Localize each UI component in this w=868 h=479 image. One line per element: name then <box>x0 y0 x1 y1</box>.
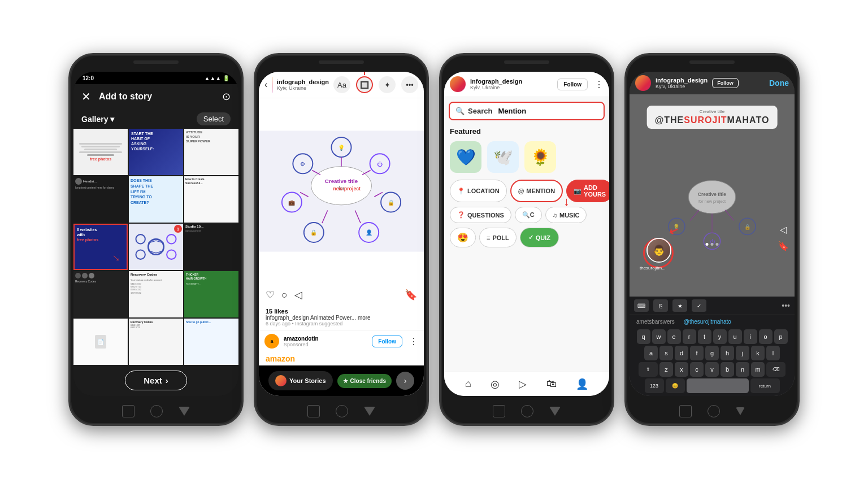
nav-circle-2[interactable] <box>336 405 348 417</box>
next-arrow-button[interactable]: › <box>396 372 414 390</box>
move-icon-btn[interactable]: ✦ <box>379 76 396 93</box>
key-e[interactable]: e <box>667 329 681 344</box>
nav-square-3[interactable] <box>493 405 505 417</box>
nav-square-4[interactable] <box>679 405 692 417</box>
nav-back-1[interactable] <box>179 407 190 416</box>
key-i[interactable]: i <box>744 329 757 344</box>
next-button[interactable]: Next › <box>125 371 187 390</box>
ad-follow-button[interactable]: Follow <box>372 336 402 347</box>
kb-emoji-icon[interactable]: ⌨ <box>634 299 649 312</box>
follow-button-3[interactable]: Follow <box>557 79 588 90</box>
bookmark-icon-4[interactable]: 🔖 <box>778 241 789 251</box>
key-x[interactable]: x <box>675 362 688 377</box>
nav-circle-1[interactable] <box>150 405 163 417</box>
reels-icon-3[interactable]: ▷ <box>519 378 527 390</box>
grid-cell-7-highlighted[interactable]: 6 websiteswithfree photos → <box>73 224 128 270</box>
kb-more-icon[interactable]: ••• <box>782 301 790 310</box>
profile-icon-3[interactable]: 👤 <box>576 378 588 390</box>
mention-pill[interactable]: @ MENTION <box>510 180 563 202</box>
location-pill[interactable]: 📍 LOCATION <box>450 180 507 202</box>
key-s[interactable]: s <box>659 346 673 360</box>
grid-cell-11[interactable]: Recovery Codes Your backup codes for acc… <box>129 271 183 317</box>
nav-back-4[interactable] <box>736 407 745 415</box>
chevron-down-icon[interactable]: ▾ <box>110 115 114 124</box>
ukraine-heart-sticker[interactable]: 💙 <box>450 141 481 173</box>
ad-more-icon[interactable]: ⋮ <box>409 336 418 347</box>
nav-square-2[interactable] <box>307 405 320 417</box>
grid-cell-9[interactable]: Studio 10... various content <box>184 224 238 270</box>
nav-back-2[interactable] <box>364 407 375 416</box>
bookmark-icon[interactable]: 🔖 <box>405 289 417 301</box>
key-w[interactable]: w <box>652 329 666 344</box>
dove-sticker[interactable]: 🕊️ <box>487 141 519 173</box>
key-d[interactable]: d <box>675 346 688 360</box>
close-friends-button[interactable]: ★ Close friends <box>337 374 392 388</box>
emoji-pill[interactable]: 😍 <box>450 228 476 247</box>
key-b[interactable]: b <box>721 362 734 377</box>
key-u[interactable]: u <box>728 329 742 344</box>
suggestion-1[interactable]: ametsbarswers <box>634 317 677 326</box>
grid-cell-3[interactable]: ATTITUDEIS YOURSUPERPOWER <box>184 129 238 175</box>
sunflower-sticker[interactable]: 🌻 <box>524 141 556 173</box>
shop-icon-3[interactable]: 🛍 <box>546 378 557 390</box>
kb-star-icon[interactable]: ★ <box>672 299 687 312</box>
grid-cell-8[interactable]: 1 <box>129 224 183 270</box>
grid-cell-5[interactable]: DOES THISSHAPE THELIFE I'MTRYING TOCREAT… <box>129 176 183 223</box>
space-key[interactable] <box>687 378 749 393</box>
nav-circle-4[interactable] <box>708 405 720 417</box>
select-button[interactable]: Select <box>197 112 231 125</box>
nav-back-3[interactable] <box>549 407 561 416</box>
backspace-key[interactable]: ⌫ <box>766 362 785 377</box>
text-icon-btn[interactable]: Aa <box>333 76 350 93</box>
shift-key[interactable]: ⇧ <box>639 362 658 377</box>
grid-cell-14[interactable]: Recovery Codes 6418 19376842 9713 <box>129 319 183 365</box>
key-m[interactable]: m <box>751 362 765 377</box>
comment-icon[interactable]: ○ <box>281 289 288 301</box>
key-v[interactable]: v <box>705 362 719 377</box>
follow-button-4[interactable]: Follow <box>712 78 739 88</box>
emoji-key[interactable]: 😊 <box>666 378 685 393</box>
settings-icon[interactable]: ⊙ <box>222 90 231 103</box>
grid-cell-1[interactable]: free photos <box>73 129 128 175</box>
search-nav-icon-3[interactable]: ◎ <box>491 378 500 390</box>
your-stories-button[interactable]: Your Stories <box>268 371 333 390</box>
share-icon-4[interactable]: ◁ <box>780 224 787 235</box>
key-r[interactable]: r <box>683 329 696 344</box>
poll-pill[interactable]: ≡ POLL <box>479 228 517 247</box>
key-o[interactable]: o <box>759 329 772 344</box>
nav-circle-3[interactable] <box>521 405 533 417</box>
key-h[interactable]: h <box>721 346 734 360</box>
share-icon[interactable]: ◁ <box>294 289 302 301</box>
add-yours-pill[interactable]: 📷 ADD YOURS <box>566 180 609 202</box>
done-button[interactable]: Done <box>769 79 789 88</box>
key-n[interactable]: n <box>736 362 749 377</box>
key-g[interactable]: g <box>705 346 719 360</box>
grid-cell-12[interactable]: THICKERHAIR GROWTH ROSEMARY... <box>184 271 238 317</box>
grid-cell-6[interactable]: How to CreateSuccessful... <box>184 176 238 223</box>
key-p[interactable]: p <box>774 329 788 344</box>
key-t[interactable]: t <box>698 329 711 344</box>
nav-square-1[interactable] <box>122 405 134 417</box>
key-y[interactable]: y <box>713 329 727 344</box>
back-icon[interactable]: ‹ <box>264 80 267 90</box>
grid-cell-15[interactable]: how to go public... <box>184 319 238 365</box>
key-q[interactable]: q <box>637 329 650 344</box>
more-icon-3[interactable]: ⋮ <box>594 79 604 90</box>
close-button[interactable]: ✕ <box>81 90 91 103</box>
sticker-search-bar[interactable]: 🔍 Search Mention <box>449 102 605 120</box>
like-icon[interactable]: ♡ <box>266 289 275 301</box>
key-k[interactable]: k <box>751 346 765 360</box>
key-z[interactable]: z <box>659 362 673 377</box>
return-key[interactable]: return <box>750 378 780 393</box>
key-f[interactable]: f <box>690 346 704 360</box>
key-j[interactable]: j <box>736 346 749 360</box>
questions-pill[interactable]: ❓ QUESTIONS <box>450 207 511 223</box>
grid-cell-4[interactable]: Headtri... long text content here for de… <box>73 176 128 223</box>
key-a[interactable]: a <box>644 346 658 360</box>
sticker-icon-btn[interactable]: 🔲 ↑ <box>356 76 373 93</box>
numbers-key[interactable]: 123 <box>645 378 664 393</box>
suggestion-2[interactable]: @thesurojitmahato <box>682 317 734 326</box>
grid-cell-2[interactable]: START THEHABIT OFASKINGYOURSELF: <box>129 129 183 175</box>
kb-copy-icon[interactable]: ⎘ <box>653 299 668 312</box>
key-c[interactable]: c <box>690 362 704 377</box>
